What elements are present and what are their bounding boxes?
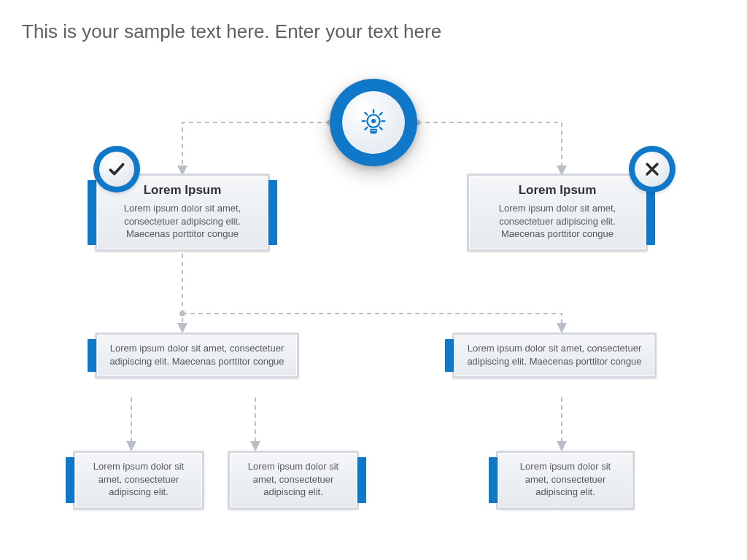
cross-badge	[629, 146, 676, 192]
node-body: Lorem ipsum dolor sit amet, consectetuer…	[241, 460, 345, 499]
node-title: Lorem Ipsum	[481, 183, 634, 198]
check-badge	[93, 146, 140, 192]
mid-left-node: Lorem ipsum dolor sit amet, consectetuer…	[95, 332, 299, 378]
svg-point-4	[371, 119, 376, 123]
node-body: Lorem ipsum dolor sit amet, consectetuer…	[87, 460, 190, 499]
node-body: Lorem ipsum dolor sit amet, consectetuer…	[466, 342, 643, 368]
svg-point-2	[179, 311, 185, 316]
node-body: Lorem ipsum dolor sit amet, consectetuer…	[510, 460, 621, 499]
lightbulb-icon	[357, 106, 390, 139]
decision-no-node: Lorem Ipsum Lorem ipsum dolor sit amet, …	[467, 174, 648, 252]
check-icon	[107, 160, 126, 179]
node-body: Lorem ipsum dolor sit amet, consectetuer…	[109, 202, 256, 241]
node-body: Lorem ipsum dolor sit amet, consectetuer…	[481, 202, 634, 241]
node-body: Lorem ipsum dolor sit amet, consectetuer…	[109, 342, 285, 368]
bottom-left-2-node: Lorem ipsum dolor sit amet, consectetuer…	[228, 451, 359, 510]
cross-icon	[643, 160, 661, 178]
bottom-right-node: Lorem ipsum dolor sit amet, consectetuer…	[496, 451, 635, 510]
idea-circle	[330, 79, 417, 166]
mid-right-node: Lorem ipsum dolor sit amet, consectetuer…	[452, 332, 657, 378]
slide-title: This is your sample text here. Enter you…	[22, 20, 441, 43]
bottom-left-1-node: Lorem ipsum dolor sit amet, consectetuer…	[73, 451, 204, 510]
